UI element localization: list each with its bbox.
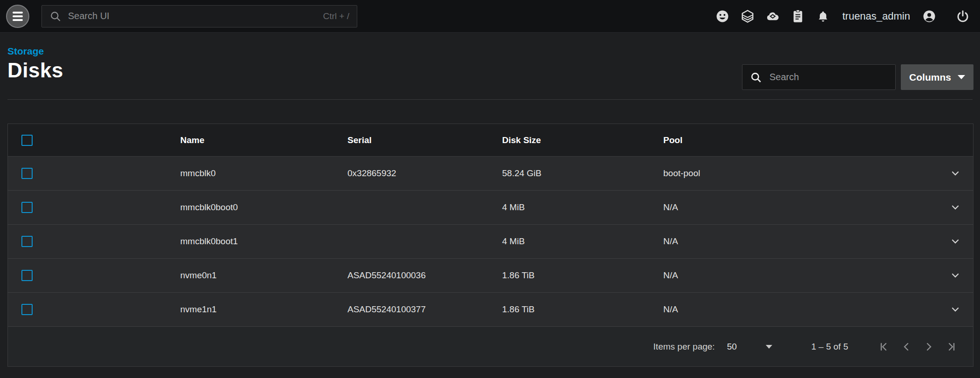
cell-serial: ASAD55240100036	[347, 270, 502, 281]
breadcrumb-storage-link[interactable]: Storage	[7, 46, 44, 57]
columns-button-label: Columns	[909, 72, 951, 83]
expand-row-button[interactable]	[937, 236, 973, 247]
table-paginator: Items per page: 50 1 – 5 of 5	[8, 327, 973, 366]
pager-controls	[878, 341, 957, 353]
page-range-label: 1 – 5 of 5	[811, 342, 848, 352]
cell-serial: 0x32865932	[347, 168, 502, 179]
cell-pool: N/A	[663, 304, 937, 315]
global-search-placeholder: Search UI	[68, 11, 323, 21]
table-row[interactable]: nvme0n1 ASAD55240100036 1.86 TiB N/A	[8, 259, 973, 293]
cell-name: nvme0n1	[180, 270, 347, 281]
table-search-placeholder: Search	[769, 72, 799, 82]
cloud-sync-icon[interactable]	[766, 9, 780, 23]
previous-page-icon[interactable]	[900, 341, 912, 353]
table-row[interactable]: mmcblk0 0x32865932 58.24 GiB boot-pool	[8, 157, 973, 191]
row-checkbox[interactable]	[21, 304, 33, 315]
hamburger-menu-icon[interactable]	[6, 5, 29, 28]
cell-pool: N/A	[663, 202, 937, 213]
cell-pool: N/A	[663, 270, 937, 281]
next-page-icon[interactable]	[923, 341, 935, 353]
expand-row-button[interactable]	[937, 168, 973, 179]
alerts-bell-icon[interactable]	[816, 9, 830, 23]
cell-size: 4 MiB	[502, 236, 663, 247]
search-icon	[49, 10, 61, 22]
expand-row-button[interactable]	[937, 202, 973, 213]
items-per-page-label: Items per page:	[653, 342, 715, 352]
table-header-row: Name Serial Disk Size Pool	[8, 124, 973, 157]
username-label: truenas_admin	[842, 10, 910, 22]
table-row[interactable]: mmcblk0boot1 4 MiB N/A	[8, 225, 973, 259]
row-checkbox[interactable]	[21, 168, 33, 179]
truenas-stack-icon[interactable]	[741, 9, 755, 23]
table-row[interactable]: mmcblk0boot0 4 MiB N/A	[8, 191, 973, 225]
cell-size: 58.24 GiB	[502, 168, 663, 179]
cell-size: 4 MiB	[502, 202, 663, 213]
chevron-down-icon	[766, 345, 772, 349]
topbar: Search UI Ctrl + /	[0, 0, 980, 33]
power-icon[interactable]	[956, 9, 970, 23]
table-search-input[interactable]: Search	[742, 64, 896, 90]
search-icon	[750, 71, 762, 83]
column-header-disk-size[interactable]: Disk Size	[502, 135, 663, 145]
expand-row-button[interactable]	[937, 304, 973, 315]
column-header-name[interactable]: Name	[180, 135, 347, 145]
expand-row-button[interactable]	[937, 270, 973, 281]
cell-pool: N/A	[663, 236, 937, 247]
cell-size: 1.86 TiB	[502, 270, 663, 281]
row-checkbox[interactable]	[21, 270, 33, 281]
first-page-icon[interactable]	[878, 341, 890, 353]
chevron-down-icon	[958, 75, 965, 79]
column-header-pool[interactable]: Pool	[663, 135, 937, 145]
cell-name: mmcblk0boot1	[180, 236, 347, 247]
column-header-serial[interactable]: Serial	[347, 135, 502, 145]
row-checkbox[interactable]	[21, 236, 33, 247]
table-row[interactable]: nvme1n1 ASAD55240100377 1.86 TiB N/A	[8, 293, 973, 327]
cell-name: mmcblk0boot0	[180, 202, 347, 213]
search-shortcut-hint: Ctrl + /	[323, 11, 349, 21]
columns-button[interactable]: Columns	[901, 64, 973, 90]
global-search-input[interactable]: Search UI Ctrl + /	[41, 5, 357, 27]
header-divider	[7, 99, 973, 100]
row-checkbox[interactable]	[21, 202, 33, 213]
cell-size: 1.86 TiB	[502, 304, 663, 315]
cell-pool: boot-pool	[663, 168, 937, 179]
cell-serial: ASAD55240100377	[347, 304, 502, 315]
cell-name: mmcblk0	[180, 168, 347, 179]
feedback-smiley-icon[interactable]	[715, 9, 729, 23]
page-size-value: 50	[727, 342, 737, 352]
select-all-checkbox[interactable]	[21, 135, 33, 146]
disks-table: Name Serial Disk Size Pool mmcblk0 0x328…	[7, 124, 973, 367]
cell-name: nvme1n1	[180, 304, 347, 315]
page-title: Disks	[7, 59, 63, 82]
last-page-icon[interactable]	[945, 341, 957, 353]
topbar-actions: truenas_admin	[715, 9, 980, 23]
jobs-clipboard-icon[interactable]	[791, 9, 805, 23]
user-account-icon[interactable]	[922, 9, 936, 23]
page-size-select[interactable]: 50	[727, 342, 772, 352]
